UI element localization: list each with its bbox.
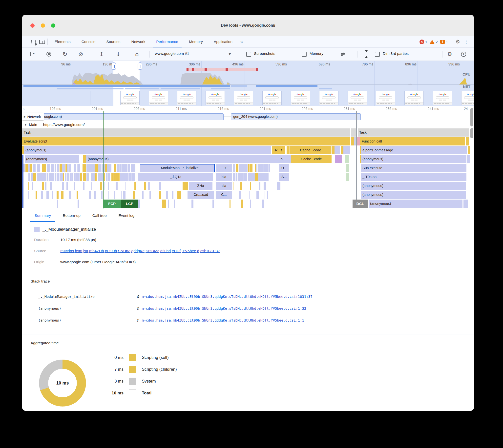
- flame-bar--anonymous-[interactable]: (anonymous): [369, 200, 462, 208]
- flame-bar[interactable]: [174, 200, 175, 208]
- flame-bar[interactable]: [89, 164, 93, 172]
- flame-bar[interactable]: [98, 164, 101, 172]
- flame-bar[interactable]: [131, 164, 134, 172]
- flame-bar[interactable]: [28, 182, 29, 190]
- flame-bar[interactable]: [468, 146, 470, 154]
- flame-bar[interactable]: [238, 173, 241, 181]
- tab-console[interactable]: Console: [76, 36, 101, 47]
- flame-bar[interactable]: [60, 173, 63, 181]
- flame-bar[interactable]: [100, 182, 102, 190]
- flame-bar[interactable]: [345, 155, 349, 163]
- flame-bar[interactable]: [212, 200, 214, 208]
- flame-bar[interactable]: [245, 164, 248, 172]
- flame-bar[interactable]: [77, 173, 80, 181]
- flame-bar[interactable]: [159, 182, 161, 190]
- flame-bar[interactable]: [134, 164, 135, 172]
- flame-bar[interactable]: [28, 164, 30, 172]
- flame-bar[interactable]: [83, 164, 86, 172]
- flame-bar[interactable]: [65, 173, 66, 181]
- flame-bar[interactable]: [121, 191, 121, 199]
- screenshot-thumb[interactable]: Google: [348, 91, 367, 105]
- flame-bar[interactable]: [269, 164, 270, 172]
- flame-bar[interactable]: [236, 173, 238, 181]
- flame-bar[interactable]: [52, 173, 55, 181]
- flame-bar--anonymous-[interactable]: (anonymous): [361, 155, 466, 163]
- flame-bar[interactable]: [114, 191, 115, 199]
- flame-bar[interactable]: [162, 200, 166, 208]
- flame-bar[interactable]: [86, 173, 88, 181]
- flame-bar[interactable]: [36, 191, 37, 199]
- flame-bar--z[interactable]: _.z: [216, 164, 232, 172]
- screenshot-thumb[interactable]: Google: [319, 91, 338, 105]
- flame-bar[interactable]: [30, 164, 33, 172]
- flame-bar[interactable]: [51, 164, 54, 172]
- flame-bar[interactable]: [123, 191, 126, 199]
- flame-bar-r-s[interactable]: R...s: [272, 146, 285, 154]
- flame-bar-evaluate-script[interactable]: Evaluate script: [22, 137, 350, 145]
- flame-bar[interactable]: [256, 164, 257, 172]
- flame-bar-bla[interactable]: bla: [216, 173, 232, 181]
- flame-bar[interactable]: [335, 146, 340, 154]
- flame-bar[interactable]: [465, 200, 468, 208]
- flame-bar[interactable]: [265, 164, 269, 172]
- flame-bar[interactable]: [43, 173, 46, 181]
- flame-bar[interactable]: [45, 182, 46, 190]
- flame-bar[interactable]: [91, 173, 92, 181]
- flame-bar[interactable]: [250, 164, 252, 172]
- tab-performance[interactable]: Performance: [151, 36, 184, 47]
- flame-bar[interactable]: [277, 182, 280, 190]
- flame-bar[interactable]: [335, 155, 342, 163]
- flame-bar[interactable]: [46, 191, 49, 199]
- flame-bar[interactable]: [172, 191, 173, 199]
- flame-bar[interactable]: [466, 137, 469, 145]
- flame-bar[interactable]: [264, 182, 266, 190]
- flame-bar[interactable]: [105, 164, 107, 172]
- flame-bar[interactable]: [255, 173, 258, 181]
- disclosure-triangle-icon[interactable]: ▼: [24, 123, 27, 126]
- flame-bar[interactable]: [116, 173, 119, 181]
- issues-icon[interactable]: !: [440, 40, 445, 44]
- flame-bar-c-[interactable]: C...: [216, 191, 232, 199]
- flame-bar[interactable]: [33, 164, 36, 172]
- flame-bar[interactable]: [236, 164, 239, 172]
- flame-bar[interactable]: [74, 164, 76, 172]
- details-tab-call-tree[interactable]: Call tree: [86, 209, 113, 222]
- flame-bar[interactable]: [45, 164, 46, 172]
- flame-bar[interactable]: [248, 164, 250, 172]
- flame-bar[interactable]: [67, 164, 68, 172]
- flame-bar[interactable]: [123, 173, 126, 181]
- flame-bar[interactable]: [287, 146, 290, 154]
- flame-bar[interactable]: [467, 155, 470, 163]
- flame-bar[interactable]: [239, 191, 241, 199]
- download-profile-icon[interactable]: ↧: [114, 50, 123, 59]
- flame-bar[interactable]: [262, 173, 263, 181]
- flame-bar--anonymous-[interactable]: (anonymous): [24, 146, 271, 154]
- kebab-menu-icon[interactable]: ⋮: [462, 38, 470, 46]
- flame-bar[interactable]: [258, 164, 260, 172]
- flame-bar[interactable]: [67, 173, 70, 181]
- flame-bar[interactable]: [63, 173, 64, 181]
- screenshot-thumb[interactable]: Google: [433, 91, 452, 105]
- flame-bar[interactable]: [94, 191, 96, 199]
- inspect-element-icon[interactable]: [29, 38, 38, 46]
- flame-bar[interactable]: [264, 164, 265, 172]
- scrollbar-thumb[interactable]: [470, 128, 473, 138]
- tab-application[interactable]: Application: [208, 36, 238, 47]
- timeline-overview[interactable]: 96 ms196 ms296 ms396 ms496 ms596 ms696 m…: [22, 61, 474, 106]
- flame-bar[interactable]: [133, 191, 135, 199]
- flame-bar[interactable]: [57, 191, 59, 199]
- flame-bar[interactable]: [78, 164, 80, 172]
- flame-bar[interactable]: [244, 173, 247, 181]
- settings-gear-icon[interactable]: ⚙: [454, 38, 462, 46]
- flame-bar[interactable]: [65, 164, 67, 172]
- flame-bar[interactable]: [76, 173, 77, 181]
- home-icon[interactable]: ⌂: [132, 50, 141, 59]
- flame-bar[interactable]: [116, 182, 118, 190]
- device-toolbar-icon[interactable]: [38, 38, 46, 46]
- flame-bar[interactable]: [93, 164, 95, 172]
- flame-bar[interactable]: [98, 173, 101, 181]
- flame-bar[interactable]: [62, 182, 64, 190]
- source-link[interactable]: m=cdos,hsm,jsa,mb4ZUb,cEt90b,SNUn3,qddgK…: [60, 249, 220, 253]
- flame-bar[interactable]: [144, 182, 146, 190]
- flame-bar[interactable]: [80, 173, 82, 181]
